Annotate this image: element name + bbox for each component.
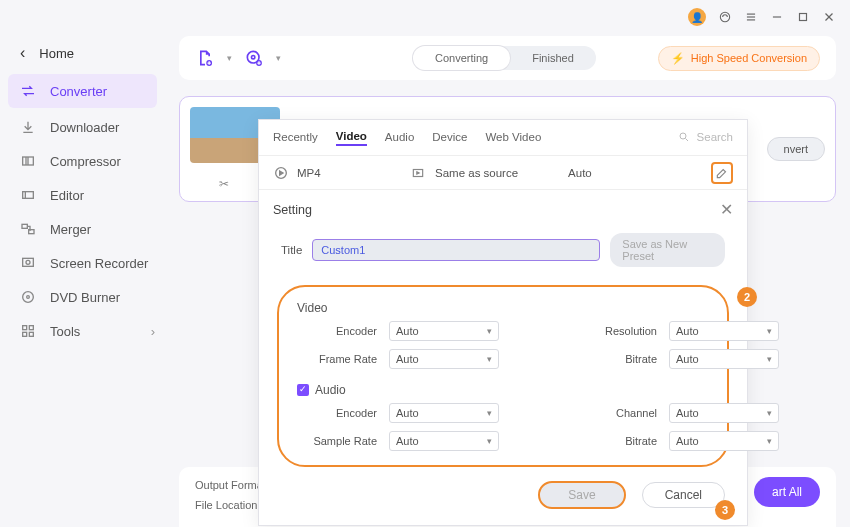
svg-rect-10 bbox=[22, 224, 27, 228]
video-section-label: Video bbox=[297, 301, 709, 315]
menu-icon[interactable] bbox=[744, 10, 758, 24]
svg-line-25 bbox=[685, 138, 688, 141]
sidebar-item-tools[interactable]: Tools › bbox=[0, 314, 165, 348]
samplerate-select[interactable]: Auto▾ bbox=[389, 431, 499, 451]
svg-point-14 bbox=[23, 292, 34, 303]
support-icon[interactable] bbox=[718, 10, 732, 24]
video-bitrate-label: Bitrate bbox=[577, 353, 665, 365]
sidebar-item-dvdburner[interactable]: DVD Burner bbox=[0, 280, 165, 314]
sidebar-item-compressor[interactable]: Compressor bbox=[0, 144, 165, 178]
channel-select[interactable]: Auto▾ bbox=[669, 403, 779, 423]
title-input[interactable] bbox=[312, 239, 600, 261]
sidebar-item-converter[interactable]: Converter bbox=[8, 74, 157, 108]
audio-bitrate-select[interactable]: Auto▾ bbox=[669, 431, 779, 451]
svg-rect-16 bbox=[23, 326, 27, 330]
sidebar-item-label: DVD Burner bbox=[50, 290, 120, 305]
audio-bitrate-label: Bitrate bbox=[577, 435, 665, 447]
converter-icon bbox=[20, 83, 36, 99]
sidebar-item-label: Downloader bbox=[50, 120, 119, 135]
svg-rect-17 bbox=[29, 326, 33, 330]
add-file-icon[interactable] bbox=[195, 48, 215, 68]
video-bitrate-select[interactable]: Auto▾ bbox=[669, 349, 779, 369]
edit-preset-button[interactable] bbox=[711, 162, 733, 184]
auto-label: Auto bbox=[568, 167, 592, 179]
format-row: MP4 Same as source Auto bbox=[259, 156, 747, 190]
close-icon[interactable]: ✕ bbox=[720, 200, 733, 219]
topbar: ▾ ▾ Converting Finished ⚡ High Speed Con… bbox=[179, 36, 836, 80]
svg-point-22 bbox=[252, 56, 255, 59]
audio-encoder-label: Encoder bbox=[297, 407, 385, 419]
minimize-button[interactable] bbox=[770, 10, 784, 24]
editor-icon bbox=[20, 187, 36, 203]
search-icon bbox=[677, 131, 691, 145]
cut-icon[interactable]: ✂ bbox=[219, 177, 229, 191]
merger-icon bbox=[20, 221, 36, 237]
tab-device[interactable]: Device bbox=[432, 131, 467, 145]
tab-segment: Converting Finished bbox=[413, 46, 596, 70]
format-icon bbox=[273, 165, 289, 181]
setting-title: Setting bbox=[273, 203, 312, 217]
compressor-icon bbox=[20, 153, 36, 169]
sidebar-item-label: Merger bbox=[50, 222, 91, 237]
resolution-select[interactable]: Auto▾ bbox=[669, 321, 779, 341]
callout-3: 3 bbox=[715, 500, 735, 520]
source-icon bbox=[411, 166, 425, 180]
save-preset-button[interactable]: Save as New Preset bbox=[610, 233, 725, 267]
close-button[interactable] bbox=[822, 10, 836, 24]
sidebar-item-label: Compressor bbox=[50, 154, 121, 169]
convert-button[interactable]: nvert bbox=[767, 137, 825, 161]
recorder-icon bbox=[20, 255, 36, 271]
dropdown-icon[interactable]: ▾ bbox=[227, 53, 232, 63]
high-speed-button[interactable]: ⚡ High Speed Conversion bbox=[658, 46, 820, 71]
search-field[interactable]: Search bbox=[677, 131, 733, 145]
avatar[interactable]: 👤 bbox=[688, 8, 706, 26]
tab-video[interactable]: Video bbox=[336, 130, 367, 146]
tab-audio[interactable]: Audio bbox=[385, 131, 414, 145]
audio-encoder-select[interactable]: Auto▾ bbox=[389, 403, 499, 423]
high-speed-label: High Speed Conversion bbox=[691, 52, 807, 64]
maximize-button[interactable] bbox=[796, 10, 810, 24]
video-encoder-select[interactable]: Auto▾ bbox=[389, 321, 499, 341]
dropdown-icon[interactable]: ▾ bbox=[276, 53, 281, 63]
sidebar-item-recorder[interactable]: Screen Recorder bbox=[0, 246, 165, 280]
titlebar: 👤 bbox=[0, 0, 850, 34]
file-location-label: File Location: bbox=[195, 499, 260, 511]
sidebar-item-downloader[interactable]: Downloader bbox=[0, 110, 165, 144]
tools-icon bbox=[20, 323, 36, 339]
sidebar-item-label: Converter bbox=[50, 84, 107, 99]
tab-recently[interactable]: Recently bbox=[273, 131, 318, 145]
download-icon bbox=[20, 119, 36, 135]
disc-icon bbox=[20, 289, 36, 305]
svg-rect-12 bbox=[23, 258, 34, 266]
back-label: Home bbox=[39, 46, 74, 61]
sidebar-item-merger[interactable]: Merger bbox=[0, 212, 165, 246]
svg-rect-19 bbox=[29, 332, 33, 336]
video-audio-settings: Video Encoder Auto▾ Resolution Auto▾ Fra… bbox=[277, 285, 729, 467]
svg-point-24 bbox=[680, 133, 686, 139]
audio-checkbox[interactable] bbox=[297, 384, 309, 396]
sidebar-item-label: Tools bbox=[50, 324, 80, 339]
svg-point-0 bbox=[720, 12, 729, 21]
audio-section: Audio bbox=[297, 383, 709, 397]
svg-rect-5 bbox=[800, 14, 807, 21]
callout-2: 2 bbox=[737, 287, 757, 307]
tab-webvideo[interactable]: Web Video bbox=[485, 131, 541, 145]
svg-rect-18 bbox=[23, 332, 27, 336]
channel-label: Channel bbox=[577, 407, 665, 419]
search-placeholder: Search bbox=[697, 131, 733, 145]
tab-finished[interactable]: Finished bbox=[510, 46, 596, 70]
chevron-right-icon: › bbox=[151, 324, 155, 339]
format-label[interactable]: MP4 bbox=[297, 167, 321, 179]
start-all-button[interactable]: art All bbox=[754, 477, 820, 507]
save-button[interactable]: Save bbox=[538, 481, 625, 509]
back-button[interactable]: ‹ Home bbox=[0, 38, 165, 72]
chevron-left-icon: ‹ bbox=[20, 44, 25, 62]
tab-converting[interactable]: Converting bbox=[413, 46, 510, 70]
svg-point-15 bbox=[27, 296, 30, 299]
sidebar-item-editor[interactable]: Editor bbox=[0, 178, 165, 212]
sidebar-item-label: Screen Recorder bbox=[50, 256, 148, 271]
same-source-label: Same as source bbox=[435, 167, 518, 179]
framerate-select[interactable]: Auto▾ bbox=[389, 349, 499, 369]
add-disc-icon[interactable] bbox=[244, 48, 264, 68]
cancel-button[interactable]: Cancel bbox=[642, 482, 725, 508]
